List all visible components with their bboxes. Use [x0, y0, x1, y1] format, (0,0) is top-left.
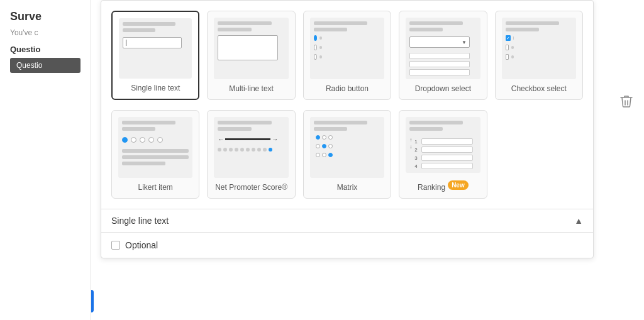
preview-line-2 — [123, 28, 155, 32]
preview-line-6 — [314, 28, 347, 31]
type-card-multi-line[interactable]: Multi-line text — [207, 11, 295, 100]
card-preview-nps: ← → — [214, 117, 288, 178]
likert-text-2 — [122, 155, 189, 159]
new-badge: New — [448, 180, 469, 190]
preview-line-3 — [218, 21, 271, 25]
radio-dot-3 — [314, 54, 317, 60]
radio-line-2 — [319, 46, 322, 49]
matrix-line-top — [314, 121, 367, 124]
question-type-panel: Single line text Multi-line text — [101, 0, 594, 258]
matrix-r2-1 — [316, 144, 320, 148]
card-preview-matrix — [310, 117, 384, 178]
likert-radio-2 — [131, 137, 136, 143]
matrix-line-top2 — [314, 127, 347, 131]
trash-icon[interactable] — [620, 94, 633, 111]
ranking-bar-3 — [421, 155, 473, 161]
ranking-label-row: Ranking New — [418, 178, 469, 192]
chevron-up-icon: ▲ — [574, 216, 583, 226]
optional-checkbox[interactable] — [111, 241, 120, 250]
matrix-r2-2 — [322, 144, 326, 148]
nps-right-arrow: → — [272, 136, 278, 143]
radio-line-1 — [319, 36, 322, 40]
ranking-row-2: 2 — [414, 146, 473, 153]
type-card-likert[interactable]: Likert item — [111, 110, 199, 199]
likert-radio-1 — [122, 137, 128, 143]
empty-cell — [495, 110, 583, 199]
nps-dot-2 — [223, 148, 227, 152]
matrix-row-1 — [314, 135, 333, 140]
preview-line-7 — [409, 21, 463, 25]
likert-radios — [122, 137, 163, 143]
type-card-dropdown[interactable]: ▼ Dropdown select — [399, 11, 487, 100]
ranking-arrows: ↑ ↓ — [409, 137, 412, 150]
preview-line-4 — [218, 28, 251, 31]
preview-line-8 — [409, 28, 443, 31]
likert-line-1 — [122, 121, 175, 124]
type-card-ranking[interactable]: ↑ ↓ 1 2 — [399, 110, 487, 199]
ranking-bar-4 — [421, 163, 473, 169]
ranking-bars: 1 2 3 — [414, 138, 473, 169]
type-card-radio[interactable]: Radio button — [303, 11, 391, 100]
question-types-row1: Single line text Multi-line text — [101, 1, 593, 110]
type-card-checkbox[interactable]: ✓ Checkbox select — [495, 11, 583, 100]
card-preview-radio — [310, 18, 384, 79]
matrix-r3-2 — [322, 153, 326, 157]
dropdown-row-1 — [409, 53, 470, 59]
likert-text-3 — [122, 162, 165, 165]
type-card-nps[interactable]: ← → — [207, 110, 295, 199]
likert-line-2 — [122, 127, 155, 131]
nps-track — [225, 138, 270, 140]
matrix-row-2 — [314, 144, 333, 148]
card-label-nps: Net Promoter Score® — [215, 183, 287, 192]
main-content: Single line text Multi-line text — [0, 0, 644, 282]
nps-dots — [218, 148, 272, 152]
radio-dot-2 — [314, 45, 317, 50]
likert-radio-5 — [157, 137, 163, 143]
likert-radio-4 — [148, 137, 154, 143]
radio-dot-checked — [314, 35, 317, 41]
type-card-single-line[interactable]: Single line text — [111, 11, 199, 100]
card-preview-ranking: ↑ ↓ 1 2 — [406, 117, 480, 173]
nps-dot-5 — [240, 148, 244, 152]
checkbox-box-checked: ✓ — [506, 35, 511, 41]
ranking-bar-2 — [421, 146, 473, 153]
likert-radio-3 — [140, 137, 145, 143]
page: Surve You've c Questio Questio Sin — [0, 0, 644, 320]
ranking-row-4: 4 — [414, 163, 473, 169]
matrix-r3-1 — [316, 153, 320, 157]
nps-dot-7 — [252, 148, 255, 152]
checkbox-item-1: ✓ — [506, 35, 514, 41]
ranking-num-4: 4 — [414, 163, 419, 169]
type-card-matrix[interactable]: Matrix — [303, 110, 391, 199]
card-preview-single-line — [119, 18, 192, 79]
dropdown-row-3 — [409, 69, 470, 75]
ranking-num-3: 3 — [414, 155, 419, 161]
matrix-r1-1 — [316, 135, 320, 140]
nps-line-2 — [218, 127, 251, 131]
radio-row-3 — [314, 54, 322, 60]
matrix-radios-1 — [316, 135, 333, 140]
matrix-radios-2 — [316, 144, 333, 148]
nps-dot-3 — [229, 148, 233, 152]
preview-line-9 — [506, 21, 559, 25]
ranking-up-arrow: ↑ — [409, 137, 412, 143]
checkbox-line-2 — [511, 46, 514, 49]
ranking-down-arrow: ↓ — [409, 144, 412, 150]
ranking-line-top2 — [409, 127, 443, 131]
card-preview-multi-line — [214, 18, 288, 79]
card-label-multi-line: Multi-line text — [229, 84, 274, 93]
nps-dot-4 — [235, 148, 238, 152]
type-selector-bar[interactable]: Single line text ▲ — [101, 209, 593, 232]
preview-line-10 — [506, 28, 539, 31]
type-selector-value: Single line text — [111, 216, 169, 226]
matrix-r3-3 — [328, 153, 333, 157]
card-label-radio: Radio button — [326, 84, 369, 93]
nps-dot-8 — [257, 148, 261, 152]
preview-textarea — [218, 35, 278, 60]
preview-input-box — [123, 37, 182, 48]
radio-line-3 — [319, 55, 322, 58]
checkbox-item-3 — [506, 54, 514, 60]
cursor — [126, 40, 126, 46]
dropdown-row-2 — [409, 61, 470, 67]
question-types-row2: Likert item ← → — [101, 110, 593, 209]
